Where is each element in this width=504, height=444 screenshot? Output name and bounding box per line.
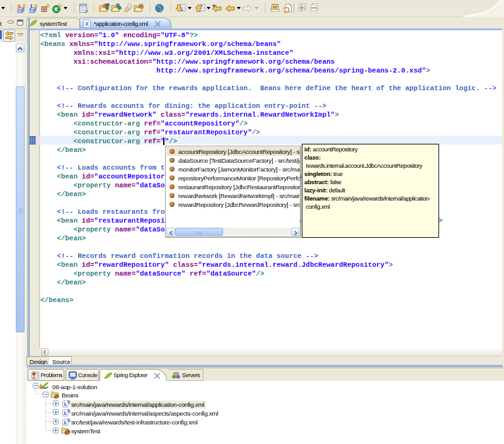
svg-text:X: X [85,21,89,27]
